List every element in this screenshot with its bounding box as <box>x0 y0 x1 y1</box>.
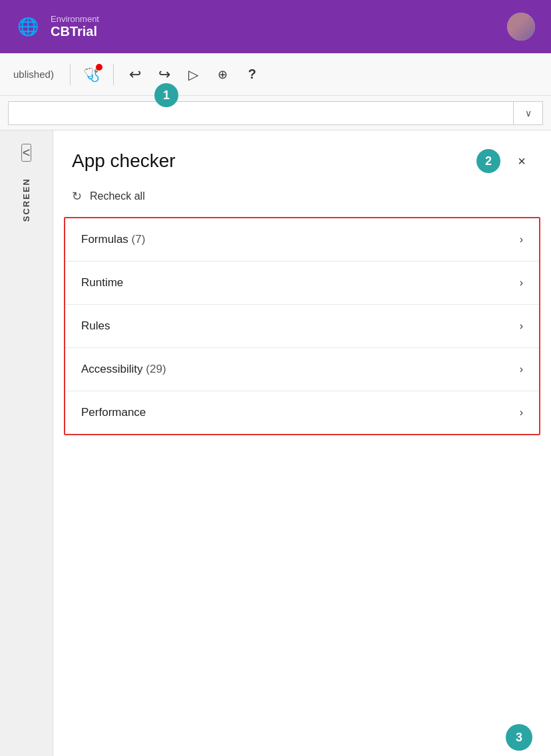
step-3-badge: 3 <box>506 724 532 751</box>
performance-label: Performance <box>81 406 146 419</box>
undo-button[interactable]: ↩ <box>122 61 148 88</box>
back-icon: < <box>23 145 31 160</box>
panel-title: App checker <box>72 150 466 172</box>
checker-list: Formulas (7) › Runtime › Rules › Accessi… <box>64 217 540 435</box>
rules-chevron-icon: › <box>520 320 523 332</box>
help-icon: ? <box>248 67 256 82</box>
help-button[interactable]: ? <box>239 61 266 88</box>
recheck-label[interactable]: Recheck all <box>90 190 145 202</box>
formulas-chevron-icon: › <box>520 234 523 246</box>
header-bar: 🌐 Environment CBTrial <box>0 0 551 53</box>
add-user-button[interactable]: ⊕ <box>210 61 236 88</box>
toolbar-divider-2 <box>113 64 114 85</box>
step-2-badge: 2 <box>476 149 500 173</box>
formulas-label: Formulas (7) <box>81 233 145 246</box>
published-label: ublished) <box>13 69 54 80</box>
formulas-count: (7) <box>132 233 146 246</box>
runtime-label: Runtime <box>81 276 123 289</box>
chevron-down-icon: ∨ <box>525 108 532 118</box>
play-icon: ▷ <box>188 67 198 83</box>
screen-label: SCREEN <box>21 178 31 222</box>
checker-item-runtime[interactable]: Runtime › <box>65 262 539 305</box>
undo-icon: ↩ <box>129 66 141 83</box>
recheck-icon: ↻ <box>72 189 82 204</box>
env-name: CBTrial <box>51 24 99 39</box>
checker-item-rules[interactable]: Rules › <box>65 305 539 348</box>
recheck-row[interactable]: ↻ Recheck all <box>53 184 551 217</box>
accessibility-chevron-icon: › <box>520 363 523 375</box>
app-checker-panel: App checker 2 × ↻ Recheck all Formulas (… <box>53 130 551 756</box>
health-badge <box>96 64 102 71</box>
step-1-badge: 1 <box>154 83 178 107</box>
checker-item-formulas[interactable]: Formulas (7) › <box>65 218 539 262</box>
checker-item-performance[interactable]: Performance › <box>65 391 539 434</box>
formula-input[interactable] <box>8 101 514 125</box>
rules-label: Rules <box>81 319 110 333</box>
avatar[interactable] <box>507 13 535 41</box>
globe-icon: 🌐 <box>16 15 40 39</box>
accessibility-label: Accessibility (29) <box>81 363 166 376</box>
health-check-button[interactable]: 🩺 <box>79 61 105 88</box>
performance-chevron-icon: › <box>520 407 523 419</box>
formula-chevron-button[interactable]: ∨ <box>514 101 543 125</box>
toolbar-divider <box>70 64 71 85</box>
play-button[interactable]: ▷ <box>180 61 207 88</box>
avatar-image <box>507 13 535 41</box>
add-user-icon: ⊕ <box>218 67 228 82</box>
toolbar: ublished) 🩺 ↩ ↪ ▷ ⊕ ? 1 <box>0 53 551 96</box>
left-sidebar: < SCREEN <box>0 130 53 756</box>
accessibility-count: (29) <box>146 363 166 375</box>
panel-header: App checker 2 × <box>53 130 551 184</box>
close-button[interactable]: × <box>511 150 532 172</box>
back-button[interactable]: < <box>21 144 32 162</box>
close-icon: × <box>518 154 526 169</box>
formula-bar: ∨ <box>0 96 551 130</box>
checker-item-accessibility[interactable]: Accessibility (29) › <box>65 348 539 391</box>
env-info: Environment CBTrial <box>51 14 99 39</box>
env-label: Environment <box>51 14 99 24</box>
redo-icon: ↪ <box>158 66 170 83</box>
main-area: < SCREEN App checker 2 × ↻ Recheck all F… <box>0 130 551 756</box>
runtime-chevron-icon: › <box>520 277 523 289</box>
